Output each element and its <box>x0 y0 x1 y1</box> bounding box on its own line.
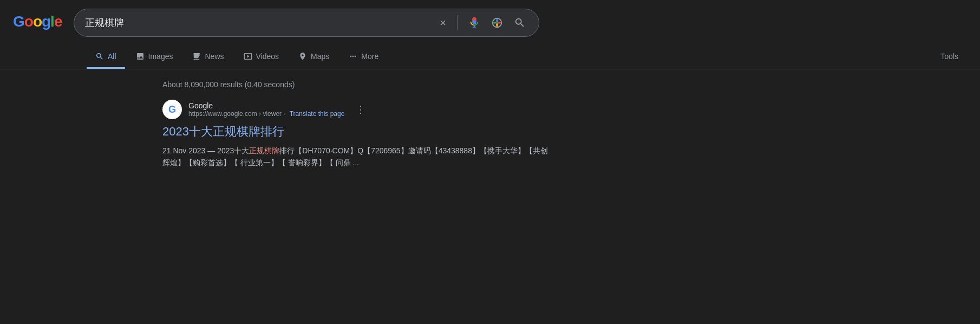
tab-news[interactable]: News <box>184 46 232 69</box>
result-site-name: Google <box>188 101 344 110</box>
result-source-row: G Google https://www.google.com › viewer… <box>162 100 552 119</box>
tab-all[interactable]: All <box>87 46 125 69</box>
more-dots-icon: ⋮ <box>356 103 365 115</box>
result-source-info: Google https://www.google.com › viewer ·… <box>188 101 344 118</box>
search-submit-button[interactable] <box>512 15 528 31</box>
tab-images-label: Images <box>148 52 173 61</box>
snippet-highlight: 正规棋牌 <box>249 146 279 155</box>
result-more-button[interactable]: ⋮ <box>353 102 368 117</box>
divider <box>457 15 458 30</box>
news-tab-icon <box>192 52 201 61</box>
more-tab-icon <box>349 52 357 61</box>
search-tab-icon <box>95 52 104 61</box>
lens-icon <box>491 17 503 29</box>
google-logo[interactable]: Google <box>13 13 63 33</box>
tab-videos[interactable]: Videos <box>235 46 288 69</box>
tab-maps-label: Maps <box>311 52 329 61</box>
images-tab-icon <box>136 52 145 61</box>
lens-button[interactable] <box>489 15 505 31</box>
result-favicon: G <box>162 100 182 119</box>
voice-search-button[interactable] <box>466 15 482 31</box>
nav-tabs: All Images News Videos Maps More <box>0 46 980 69</box>
maps-tab-icon <box>298 52 307 61</box>
tab-maps[interactable]: Maps <box>290 46 338 69</box>
result-url: https://www.google.com › viewer · <box>188 110 285 118</box>
result-card: G Google https://www.google.com › viewer… <box>162 100 552 169</box>
header: Google 正规棋牌 × <box>0 0 980 46</box>
snippet-date: 21 Nov 2023 <box>162 146 205 155</box>
favicon-letter: G <box>168 104 176 115</box>
results-count: About 8,090,000 results (0.40 seconds) <box>162 76 980 100</box>
search-bar[interactable]: 正规棋牌 × <box>74 9 539 37</box>
tab-more-label: More <box>361 52 378 61</box>
result-snippet: 21 Nov 2023 — 2023十大正规棋牌排行【DH7070·COM】Q【… <box>162 145 552 169</box>
tab-images[interactable]: Images <box>127 46 182 69</box>
tools-label: Tools <box>940 52 958 61</box>
tab-news-label: News <box>205 52 224 61</box>
result-url-row: https://www.google.com › viewer · Transl… <box>188 110 344 118</box>
clear-button[interactable]: × <box>437 15 448 31</box>
results-area: About 8,090,000 results (0.40 seconds) G… <box>0 69 980 169</box>
clear-icon: × <box>440 17 446 29</box>
search-icon <box>514 17 526 29</box>
tab-all-label: All <box>108 52 116 61</box>
mic-icon <box>468 17 480 29</box>
result-title[interactable]: 2023十大正规棋牌排行 <box>162 124 552 140</box>
snippet-before: — 2023十大 <box>207 146 249 155</box>
tools-button[interactable]: Tools <box>932 46 967 69</box>
translate-link[interactable]: Translate this page <box>290 110 345 118</box>
search-input[interactable]: 正规棋牌 <box>85 16 431 29</box>
tab-more[interactable]: More <box>340 46 387 69</box>
videos-tab-icon <box>244 52 252 61</box>
tab-videos-label: Videos <box>256 52 279 61</box>
